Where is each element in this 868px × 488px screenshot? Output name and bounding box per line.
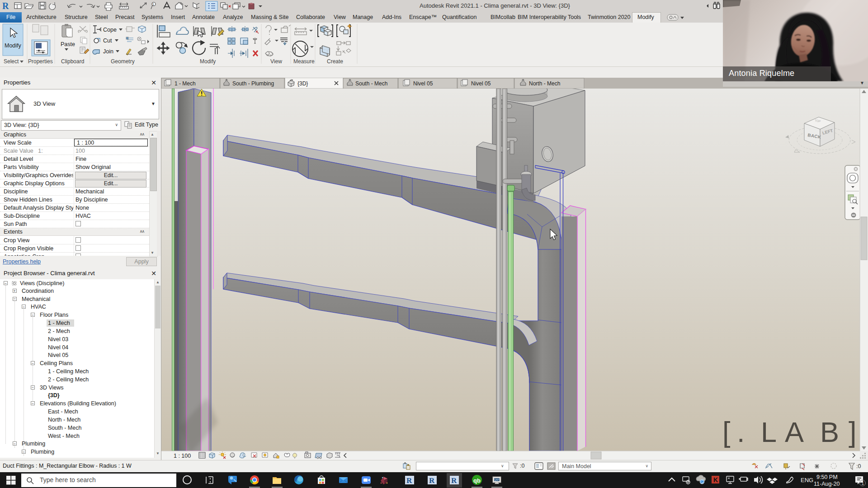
- svg-text:1: 1: [152, 3, 154, 6]
- svg-text:K: K: [713, 476, 718, 483]
- svg-text:Modify: Modify: [5, 42, 22, 49]
- svg-text:South - Mech: South - Mech: [355, 80, 387, 87]
- svg-text:South - Plumbing: South - Plumbing: [232, 80, 274, 87]
- svg-text:Clipboard: Clipboard: [61, 58, 84, 65]
- svg-text:Modify: Modify: [200, 58, 216, 65]
- svg-text:R: R: [406, 476, 412, 485]
- svg-text:[: [: [722, 416, 731, 448]
- svg-text:Paste: Paste: [61, 41, 75, 47]
- svg-text:L: L: [761, 416, 777, 448]
- svg-text:]: ]: [849, 416, 857, 448]
- svg-text:Nivel 05: Nivel 05: [413, 80, 433, 87]
- svg-text:Nivel 05: Nivel 05: [471, 80, 491, 87]
- svg-text:.: .: [737, 416, 745, 448]
- svg-text:B: B: [820, 416, 839, 448]
- svg-text:1 - Mech: 1 - Mech: [175, 80, 196, 87]
- svg-text:Cut: Cut: [103, 38, 112, 44]
- svg-text:Join: Join: [103, 48, 113, 55]
- svg-text:Select: Select: [4, 58, 19, 65]
- svg-text:R: R: [429, 476, 435, 485]
- svg-text:View: View: [270, 58, 282, 65]
- svg-text:Properties: Properties: [28, 58, 53, 65]
- svg-text:Cope: Cope: [103, 27, 117, 33]
- svg-text:Autodesk Revit 2021.1 - Clima: Autodesk Revit 2021.1 - Clima general.rv…: [420, 2, 571, 9]
- svg-text:9:50 PM: 9:50 PM: [816, 474, 838, 480]
- svg-text:1: 1: [862, 481, 864, 486]
- svg-text:1 : 100: 1 : 100: [174, 453, 191, 459]
- svg-text:A: A: [785, 416, 804, 448]
- svg-text::0: :0: [856, 463, 861, 469]
- svg-text:R: R: [2, 1, 9, 11]
- svg-text:Geometry: Geometry: [111, 58, 135, 65]
- svg-text:ENG: ENG: [801, 477, 813, 483]
- svg-text:{3D}: {3D}: [297, 80, 308, 87]
- svg-text:R: R: [451, 476, 457, 485]
- svg-text:North - Mech: North - Mech: [529, 80, 560, 87]
- svg-text:Measure: Measure: [293, 58, 315, 65]
- svg-text:11-Aug-20: 11-Aug-20: [814, 481, 840, 487]
- svg-text:qb: qb: [473, 477, 481, 484]
- svg-text:Create: Create: [327, 58, 343, 65]
